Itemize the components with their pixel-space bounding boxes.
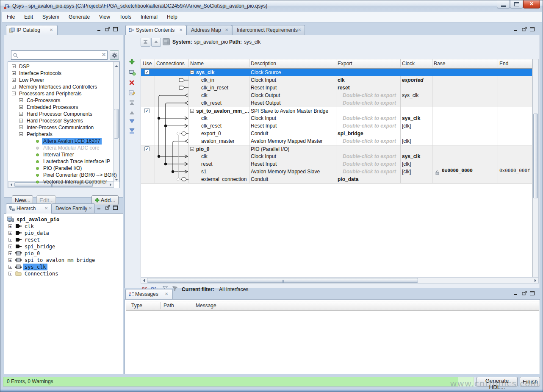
- menu-item-file[interactable]: File: [2, 12, 19, 22]
- use-checkbox[interactable]: ✓: [144, 108, 150, 113]
- table-vertical-scrollbar[interactable]: [532, 59, 539, 277]
- column-divider[interactable]: [155, 59, 155, 67]
- tree-expander-icon[interactable]: +: [8, 251, 12, 255]
- clock-value[interactable]: sys_clk: [402, 92, 418, 99]
- base-address[interactable]: 0x0000_0000: [442, 168, 473, 173]
- panel-maximize-button[interactable]: [530, 291, 537, 296]
- ip-tree-item[interactable]: Interval Timer: [8, 151, 119, 158]
- panel-maximize-button[interactable]: [530, 27, 537, 32]
- panel-float-button[interactable]: [105, 205, 112, 211]
- tree-expander-icon[interactable]: +: [12, 71, 16, 75]
- move-up-toolbar-button[interactable]: [129, 110, 136, 118]
- window-maximize-button[interactable]: [510, 0, 523, 8]
- column-type[interactable]: Type: [131, 301, 142, 310]
- interface-row-clk_reset[interactable]: clk_resetReset OutputDouble-click to exp…: [141, 99, 532, 107]
- table-horizontal-scrollbar[interactable]: [141, 277, 539, 284]
- export-value[interactable]: pio_data: [338, 175, 358, 183]
- clock-value[interactable]: [clk]: [402, 160, 411, 168]
- tree-expander-icon[interactable]: +: [19, 112, 23, 116]
- tab-hierarchy[interactable]: Hierarch ✕: [6, 203, 52, 214]
- panel-minimize-button[interactable]: [97, 205, 103, 211]
- move-up-nav-button[interactable]: [151, 38, 161, 47]
- tab-device-family[interactable]: Device Family ✕: [52, 203, 95, 213]
- export-hint[interactable]: Double-click to export: [343, 122, 396, 130]
- ip-tree-item[interactable]: +Interface Protocols: [8, 70, 119, 77]
- tree-expander-icon[interactable]: +: [8, 231, 12, 235]
- tab-close-icon[interactable]: ✕: [44, 204, 48, 213]
- hierarchy-item-pio-0[interactable]: +pio_0: [4, 250, 123, 257]
- use-checkbox[interactable]: ✓: [144, 146, 150, 151]
- export-value[interactable]: spi_bridge: [338, 130, 363, 137]
- tab-close-icon[interactable]: ✕: [179, 25, 183, 35]
- hierarchy-item-spi-avalon-pio[interactable]: spi_avalon_pio: [4, 216, 123, 223]
- column-divider[interactable]: [249, 59, 249, 67]
- ip-tree-item[interactable]: Lauterbach Trace Interface IP: [8, 158, 119, 165]
- clock-value[interactable]: [clk]: [402, 168, 411, 175]
- tab-close-icon[interactable]: ✕: [298, 25, 301, 35]
- clock-value[interactable]: sys_clk: [402, 153, 420, 160]
- interface-row-external_connection[interactable]: external_connectionConduitpio_data: [141, 175, 532, 183]
- ip-tree-item[interactable]: −Peripherals: [8, 131, 119, 138]
- menu-item-view[interactable]: View: [94, 12, 115, 22]
- tree-expander-icon[interactable]: +: [12, 64, 16, 68]
- menu-item-internal[interactable]: Internal: [136, 12, 162, 22]
- ip-tree-item[interactable]: −Processors and Peripherals: [8, 90, 119, 97]
- tree-expander-icon[interactable]: +: [8, 245, 12, 248]
- interface-row-clk[interactable]: clkClock OutputDouble-click to exportsys…: [141, 92, 532, 99]
- move-to-top-nav-button[interactable]: [141, 38, 150, 47]
- interface-row-clk[interactable]: clkClock InputDouble-click to exportsys_…: [141, 153, 532, 160]
- export-hint[interactable]: Double-click to export: [343, 92, 396, 99]
- column-message[interactable]: Message: [196, 301, 216, 310]
- window-close-button[interactable]: ✕: [523, 0, 540, 8]
- tree-expander-icon[interactable]: +: [8, 224, 12, 228]
- ip-tree-item[interactable]: +Co-Processors: [8, 97, 119, 104]
- ip-tree-item[interactable]: +Inter-Process Communication: [8, 124, 119, 131]
- panel-float-button[interactable]: [522, 291, 529, 296]
- menu-item-system[interactable]: System: [38, 12, 64, 22]
- collapse-expander-icon[interactable]: −: [190, 147, 194, 151]
- tree-expander-icon[interactable]: +: [12, 78, 16, 82]
- scroll-left-icon[interactable]: [141, 279, 145, 282]
- column-export[interactable]: Export: [338, 59, 352, 68]
- module-row-spi-to-avalon-mm-[interactable]: ✓−spi_to_avalon_mm_...SPI Slave to Avalo…: [141, 107, 532, 114]
- hierarchy-item-clk[interactable]: +clk: [4, 223, 123, 230]
- panel-float-button[interactable]: [522, 27, 529, 32]
- clock-value[interactable]: [clk]: [402, 122, 411, 130]
- panel-maximize-button[interactable]: [113, 205, 120, 211]
- column-divider[interactable]: [498, 59, 498, 67]
- hierarchy-item-spi-bridge[interactable]: +spi_bridge: [4, 243, 123, 250]
- connections-graph[interactable]: [155, 69, 188, 183]
- tree-expander-icon[interactable]: +: [8, 258, 12, 262]
- scroll-right-icon[interactable]: [535, 279, 538, 282]
- titlebar[interactable]: Qsys - spi_avalon_pio.qsys (C:\Projects\…: [0, 0, 543, 12]
- column-divider[interactable]: [400, 59, 401, 67]
- tree-expander-icon[interactable]: +: [19, 119, 23, 122]
- clock-value[interactable]: [clk]: [402, 137, 411, 145]
- ip-tree-item[interactable]: +Memory Interfaces and Controllers: [8, 83, 119, 90]
- interface-row-s1[interactable]: s1Avalon Memory Mapped SlaveDouble-click…: [141, 168, 532, 175]
- menu-item-help[interactable]: Help: [162, 12, 182, 22]
- interface-row-clk_reset[interactable]: clk_resetReset InputDouble-click to expo…: [141, 122, 532, 130]
- interface-row-export_0[interactable]: export_0Conduitspi_bridge: [141, 130, 532, 137]
- scrollbar-thumb[interactable]: [533, 114, 538, 198]
- tree-expander-icon[interactable]: +: [19, 105, 23, 109]
- ip-tree-item[interactable]: +Embedded Processors: [8, 104, 119, 111]
- interface-row-reset[interactable]: resetReset InputDouble-click to export[c…: [141, 160, 532, 168]
- column-use[interactable]: Use: [143, 59, 152, 68]
- window-minimize-button[interactable]: [497, 0, 510, 8]
- tree-expander-icon[interactable]: +: [8, 265, 12, 269]
- menu-item-tools[interactable]: Tools: [115, 12, 136, 22]
- export-value[interactable]: clk: [338, 76, 345, 84]
- add-component-toolbar-button[interactable]: [129, 58, 136, 66]
- tree-expander-icon[interactable]: +: [19, 98, 23, 102]
- tree-expander-icon[interactable]: +: [19, 125, 23, 129]
- column-divider[interactable]: [432, 59, 432, 67]
- export-value[interactable]: reset: [338, 84, 350, 92]
- interface-row-clk_in[interactable]: clk_inClock Inputclkexported: [141, 76, 532, 84]
- ip-tree-item[interactable]: PIO (Parallel I/O): [8, 165, 119, 172]
- hierarchy-item-pio-data[interactable]: +pio_data: [4, 230, 123, 236]
- clock-value[interactable]: sys_clk: [402, 114, 420, 122]
- menu-item-edit[interactable]: Edit: [19, 12, 38, 22]
- export-hint[interactable]: Double-click to export: [343, 153, 396, 160]
- interface-row-avalon_master[interactable]: avalon_masterAvalon Memory Mapped Master…: [141, 137, 532, 145]
